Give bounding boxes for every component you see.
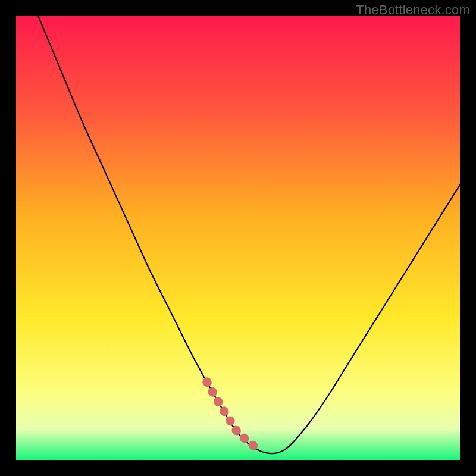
- chart-frame: TheBottleneck.com: [0, 0, 476, 476]
- gradient-background: [16, 16, 460, 460]
- chart-plot: [16, 16, 460, 460]
